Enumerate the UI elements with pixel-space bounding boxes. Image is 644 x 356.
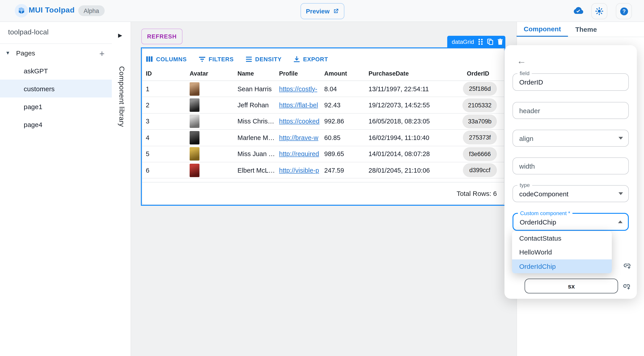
tab-theme[interactable]: Theme [568, 22, 604, 37]
custom-component-select[interactable]: Custom component * OrderIdChip [512, 213, 629, 231]
page-label: askGPT [24, 67, 48, 74]
sidebar-page-page4[interactable]: page4 [0, 116, 112, 134]
sx-button[interactable]: sx [524, 279, 618, 294]
column-header-orderId[interactable]: OrderID [440, 70, 503, 77]
option-ContactStatus[interactable]: ContactStatus [512, 231, 612, 245]
profile-link[interactable]: http://brave-w [279, 134, 318, 141]
cell-name: Sean Harris [238, 85, 279, 92]
app-title: MUI Toolpad [28, 6, 75, 15]
profile-link[interactable]: http://visible-p [279, 166, 319, 174]
table-row[interactable]: 4Marlene M…http://brave-w60.8516/02/1994… [142, 130, 504, 146]
component-library-label: Component library [118, 66, 126, 127]
grid-toolbar: COLUMNSFILTERSDENSITYEXPORT [146, 52, 328, 66]
avatar [190, 82, 200, 96]
cell-profile: https://cooked [279, 118, 324, 125]
cell-profile: http://required [279, 150, 324, 158]
cell-id: 2 [146, 102, 190, 109]
grid-toolbar-filters-button[interactable]: FILTERS [198, 56, 234, 62]
type-select-value: codeComponent [519, 190, 568, 198]
cell-amount: 60.85 [324, 134, 368, 141]
cell-avatar [190, 164, 238, 177]
column-header-name[interactable]: Name [238, 70, 279, 77]
preview-button-label: Preview [306, 8, 330, 15]
tab-component[interactable]: Component [516, 22, 568, 37]
option-HelloWorld[interactable]: HelloWorld [512, 245, 612, 260]
table-row[interactable]: 6Elbert McL…http://visible-p247.5928/01/… [142, 162, 504, 179]
alpha-badge: Alpha [78, 5, 104, 16]
cell-id: 4 [146, 134, 190, 141]
chevron-down-icon [618, 192, 623, 195]
profile-link[interactable]: http://required [279, 150, 319, 158]
export-icon [293, 56, 300, 62]
cell-amount: 247.59 [324, 166, 368, 174]
help-icon: ? [619, 6, 628, 16]
help-button[interactable]: ? [616, 3, 632, 19]
back-button[interactable]: ← [515, 54, 528, 67]
cell-orderId: 25f186d [440, 82, 503, 96]
drag-handle-icon[interactable] [478, 38, 483, 45]
cell-avatar [190, 98, 238, 112]
width-input[interactable]: width [512, 158, 629, 174]
column-header-amount[interactable]: Amount [324, 70, 368, 77]
cell-purchaseDate: 14/01/2014, 08:07:28 [368, 150, 440, 158]
page-label: customers [24, 85, 54, 92]
delete-icon[interactable] [497, 38, 503, 45]
total-rows-label: Total Rows: 6 [456, 190, 497, 197]
header-input[interactable]: header [512, 102, 629, 119]
pages-collapse-icon[interactable]: ▼ [5, 50, 10, 56]
add-page-button[interactable]: + [96, 48, 108, 60]
table-row[interactable]: 1Sean Harrishttps://costly-8.0413/11/199… [142, 81, 504, 97]
sidebar-page-page1[interactable]: page1 [0, 98, 112, 116]
column-header-avatar[interactable]: Avatar [190, 70, 238, 77]
chevron-up-icon [618, 220, 622, 223]
header-input-placeholder: header [519, 107, 540, 114]
align-select[interactable]: align [512, 130, 629, 147]
refresh-button[interactable]: REFRESH [141, 28, 182, 44]
cell-orderId: d399ccf [440, 163, 503, 177]
option-OrderIdChip[interactable]: OrderIdChip [512, 259, 612, 273]
column-header-id[interactable]: ID [146, 70, 190, 77]
cell-purchaseDate: 19/12/2073, 14:52:55 [368, 102, 440, 109]
type-select[interactable]: type codeComponent [512, 185, 629, 202]
grid-toolbar-columns-button[interactable]: COLUMNS [146, 56, 187, 62]
grid-toolbar-density-button[interactable]: DENSITY [245, 56, 282, 62]
add-binding-icon[interactable] [622, 261, 632, 270]
add-binding-icon[interactable] [622, 282, 631, 291]
cell-id: 1 [146, 85, 190, 92]
toolbar-button-label: DENSITY [255, 56, 282, 62]
cell-orderId: f3e6666 [440, 147, 503, 161]
selected-node-chip[interactable]: dataGrid [447, 36, 505, 48]
table-row[interactable]: 5Miss Juan …http://required989.6514/01/2… [142, 146, 504, 162]
cell-orderId: 275373f [440, 131, 503, 145]
cell-profile: https://flat-bel [279, 102, 324, 109]
cell-avatar [190, 82, 238, 96]
column-header-purchaseDate[interactable]: PurchaseDate [368, 70, 440, 77]
toolbar-button-label: FILTERS [209, 56, 234, 62]
filter-list-icon [198, 56, 206, 62]
table-row[interactable]: 2Jeff Rohanhttps://flat-bel92.4319/12/20… [142, 97, 504, 114]
brightness-toggle-button[interactable] [591, 3, 607, 19]
field-input[interactable]: field OrderID [512, 73, 629, 91]
cell-name: Marlene M… [238, 134, 279, 141]
profile-link[interactable]: https://flat-bel [279, 102, 318, 109]
cell-purchaseDate: 13/11/1997, 22:54:11 [368, 85, 440, 92]
field-input-value: OrderID [519, 78, 543, 86]
order-id-chip: 25f186d [463, 82, 497, 96]
sidebar-page-customers[interactable]: customers [0, 80, 112, 98]
profile-link[interactable]: https://costly- [279, 85, 317, 92]
grid-toolbar-export-button[interactable]: EXPORT [293, 56, 328, 62]
inspector-tabs: Component Theme [516, 22, 644, 37]
cell-name: Miss Juan … [238, 150, 279, 158]
toolbar-button-label: EXPORT [303, 56, 328, 62]
table-row[interactable]: 3Miss Chris…https://cooked992.8616/05/20… [142, 114, 504, 130]
cell-avatar [190, 131, 238, 144]
cell-purchaseDate: 16/02/1994, 11:10:40 [368, 134, 440, 141]
preview-button[interactable]: Preview [300, 3, 344, 19]
cell-purchaseDate: 28/01/2045, 21:10:06 [368, 166, 440, 174]
profile-link[interactable]: https://cooked [279, 118, 320, 125]
sidebar-page-askGPT[interactable]: askGPT [0, 62, 112, 80]
duplicate-icon[interactable] [487, 38, 493, 45]
external-link-icon [333, 8, 339, 14]
column-header-profile[interactable]: Profile [279, 70, 324, 77]
sidebar-divider [0, 44, 112, 44]
